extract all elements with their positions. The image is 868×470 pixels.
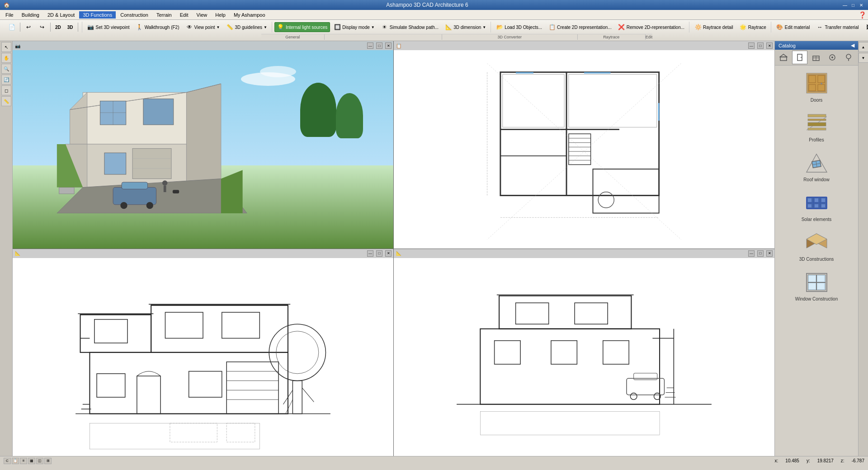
svg-rect-24 bbox=[173, 190, 179, 193]
tb-create-2d[interactable]: 📋 Create 2D representation... bbox=[546, 22, 614, 32]
status-btn-5[interactable]: ◫ bbox=[36, 458, 43, 464]
tb-raytrace[interactable]: 🌟 Raytrace bbox=[737, 22, 769, 32]
svg-point-21 bbox=[146, 202, 153, 209]
cat-tab-buildings[interactable] bbox=[776, 51, 791, 64]
menu-view[interactable]: View bbox=[193, 11, 211, 19]
vp-fe-maximize[interactable]: □ bbox=[376, 250, 382, 257]
ls-select[interactable]: ◻ bbox=[1, 85, 11, 95]
status-btn-3[interactable]: ≡ bbox=[20, 458, 27, 464]
menu-edit[interactable]: Edit bbox=[176, 11, 192, 19]
tb-walkthrough[interactable]: 🚶 Walkthrough (F2) bbox=[133, 22, 182, 32]
status-btn-4[interactable]: ▦ bbox=[28, 458, 35, 464]
material-icon: 🎨 bbox=[776, 24, 783, 31]
menu-my-ashampoo[interactable]: My Ashampoo bbox=[230, 11, 269, 19]
menu-terrain[interactable]: Terrain bbox=[153, 11, 175, 19]
svg-rect-125 bbox=[808, 128, 826, 130]
cat-scroll-up[interactable]: ▲ bbox=[859, 42, 868, 52]
vp-3d-maximize[interactable]: □ bbox=[376, 42, 382, 49]
tb-set-3d-viewpoint[interactable]: 📷 Set 3D viewpoint bbox=[85, 22, 132, 32]
vp-fp-close[interactable]: ✕ bbox=[766, 42, 773, 49]
catalog-item-solar[interactable]: Solar elements bbox=[777, 188, 856, 224]
maximize-button[interactable]: □ bbox=[850, 2, 856, 8]
viewport-3d-toolbar: 📷 — □ ✕ bbox=[13, 41, 393, 50]
vp-se-close[interactable]: ✕ bbox=[766, 250, 773, 257]
cat-tab-doors-windows[interactable] bbox=[792, 51, 807, 64]
status-icons: C 📋 ≡ ▦ ◫ ⊞ bbox=[4, 458, 52, 464]
vp-fp-minimize[interactable]: — bbox=[748, 42, 755, 49]
tb-2d[interactable]: 2D bbox=[52, 24, 64, 31]
vp-fe-minimize[interactable]: — bbox=[367, 250, 373, 257]
ls-pan[interactable]: ✋ bbox=[1, 53, 11, 63]
tb-edit-material[interactable]: 🎨 Edit material bbox=[774, 22, 813, 32]
ls-zoom[interactable]: 🔍 bbox=[1, 64, 11, 74]
texture-icon: 🖼 bbox=[865, 24, 868, 31]
catalog-item-3d-constructions[interactable]: 3D Constructions bbox=[777, 228, 856, 263]
menu-2d-layout[interactable]: 2D & Layout bbox=[44, 11, 79, 19]
svg-rect-9 bbox=[104, 153, 126, 174]
tb-3d-guidelines[interactable]: 📏 3D guidelines ▼ bbox=[223, 22, 270, 32]
toolbar-quick-access: 📄 ↩ ↪ 2D 3D bbox=[4, 22, 82, 33]
status-btn-2[interactable]: 📋 bbox=[12, 458, 19, 464]
vp-3d-close[interactable]: ✕ bbox=[385, 42, 392, 49]
tb-raytrace-detail[interactable]: 🔆 Raytrace detail bbox=[692, 22, 736, 32]
tb-display-mode[interactable]: 🔲 Display mode ▼ bbox=[331, 22, 377, 32]
svg-point-111 bbox=[831, 56, 833, 58]
help-icon[interactable]: ❓ bbox=[859, 11, 866, 19]
chevron-down-icon4: ▼ bbox=[482, 25, 486, 29]
window-controls[interactable]: — □ ✕ bbox=[842, 2, 864, 8]
catalog-item-window-construction[interactable]: Window Construction bbox=[777, 268, 856, 303]
svg-rect-139 bbox=[821, 204, 825, 207]
tb-remove-2d[interactable]: ❌ Remove 2D-representation... bbox=[615, 22, 687, 32]
coord-x-value: 10.485 bbox=[785, 458, 799, 463]
catalog-item-doors[interactable]: Doors bbox=[777, 69, 856, 104]
viewport-area: 📷 — □ ✕ bbox=[13, 41, 774, 456]
status-btn-6[interactable]: ⊞ bbox=[44, 458, 52, 464]
cat-tab-textures[interactable] bbox=[825, 51, 840, 64]
catalog-collapse-icon[interactable]: ◀ bbox=[851, 42, 854, 48]
vp-icon-se: 📐 bbox=[396, 250, 402, 257]
menu-construction[interactable]: Construction bbox=[117, 11, 152, 19]
svg-rect-134 bbox=[808, 198, 811, 202]
menu-building[interactable]: Building bbox=[18, 11, 43, 19]
viewport-fp-toolbar: 📋 — □ ✕ bbox=[394, 41, 774, 50]
coord-z-label: z: bbox=[841, 458, 844, 463]
cat-tab-plants[interactable] bbox=[841, 51, 856, 64]
menu-file[interactable]: File bbox=[2, 11, 17, 19]
tb-redo[interactable]: ↪ bbox=[36, 22, 48, 32]
window-title: Ashampoo 3D CAD Architecture 6 bbox=[13, 2, 842, 8]
ls-measure[interactable]: 📏 bbox=[1, 96, 11, 106]
vp-fe-close[interactable]: ✕ bbox=[385, 250, 392, 257]
3d-constructions-label: 3D Constructions bbox=[799, 257, 834, 262]
close-button[interactable]: ✕ bbox=[858, 2, 864, 8]
tb-internal-light[interactable]: 💡 Internal light sources bbox=[274, 22, 330, 32]
tb-simulate-shadow[interactable]: ☀ Simulate Shadow path... bbox=[378, 22, 441, 32]
tb-view-point[interactable]: 👁 View point ▼ bbox=[183, 22, 223, 32]
tb-new[interactable]: 📄 bbox=[5, 22, 18, 32]
catalog-panel: Catalog ◀ bbox=[774, 41, 858, 456]
tb-undo[interactable]: ↩ bbox=[22, 22, 35, 32]
vp-se-maximize[interactable]: □ bbox=[757, 250, 764, 257]
menu-help[interactable]: Help bbox=[212, 11, 229, 19]
tb-transfer-material[interactable]: ↔ Transfer material bbox=[813, 22, 861, 32]
status-btn-1[interactable]: C bbox=[4, 458, 11, 464]
viewport-se-toolbar: 📐 — □ ✕ bbox=[394, 249, 774, 258]
ls-rotate[interactable]: 🔄 bbox=[1, 75, 11, 85]
tb-3d[interactable]: 3D bbox=[65, 24, 76, 31]
minimize-button[interactable]: — bbox=[842, 2, 848, 8]
profiles-label: Profiles bbox=[809, 137, 824, 142]
guidelines-icon: 📏 bbox=[226, 24, 233, 31]
catalog-item-roof-window[interactable]: Roof window bbox=[777, 149, 856, 184]
vp-fp-maximize[interactable]: □ bbox=[757, 42, 764, 49]
cat-scroll-down[interactable]: ▼ bbox=[859, 53, 868, 63]
tb-transfer-texture[interactable]: 🖼 Transfer texture bbox=[863, 22, 868, 32]
catalog-item-profiles[interactable]: Profiles bbox=[777, 109, 856, 144]
tb-load-3d[interactable]: 📂 Load 3D Objects... bbox=[493, 22, 545, 32]
cat-tab-interiors[interactable] bbox=[808, 51, 824, 64]
menu-3d-functions[interactable]: 3D Functions bbox=[79, 11, 116, 19]
svg-rect-23 bbox=[164, 185, 166, 192]
vp-3d-minimize[interactable]: — bbox=[367, 42, 373, 49]
ls-cursor[interactable]: ↖ bbox=[1, 42, 11, 52]
tb-3d-dimension[interactable]: 📐 3D dimension ▼ bbox=[442, 22, 489, 32]
svg-rect-36 bbox=[584, 72, 610, 74]
vp-se-minimize[interactable]: — bbox=[748, 250, 755, 257]
